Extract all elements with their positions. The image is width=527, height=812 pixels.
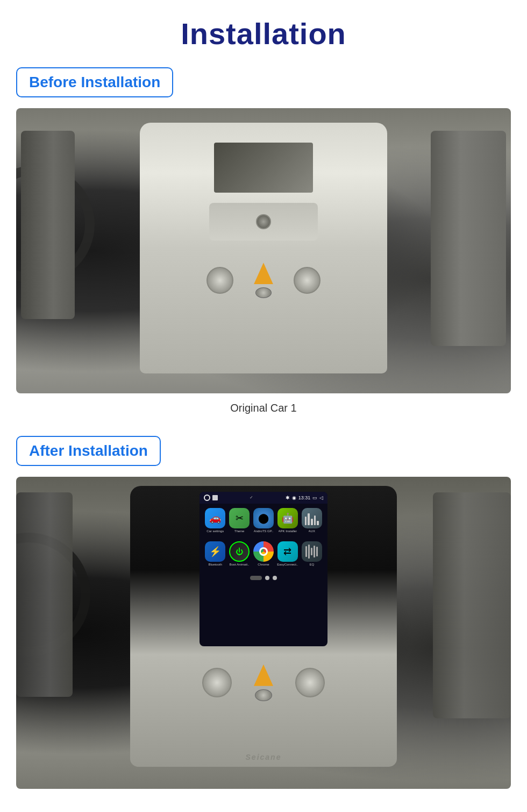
- vent-left-after: [16, 492, 73, 697]
- seicane-logo: Seicane: [246, 753, 282, 761]
- page-wrapper: Installation Before Installation: [0, 0, 527, 789]
- after-badge-label: After Installation: [29, 442, 148, 459]
- dot-1: [250, 576, 262, 580]
- connect-icon: ⇄: [277, 541, 298, 562]
- vent-right-after: [433, 492, 511, 718]
- chrome-label: Chrome: [258, 563, 269, 566]
- car-settings-label: Car settings: [206, 529, 224, 533]
- checkmark-icon: ✓: [250, 495, 253, 500]
- app-theme[interactable]: ✂ Theme: [229, 508, 250, 533]
- eq-icon: [302, 541, 322, 562]
- app-eq[interactable]: EQ: [301, 541, 322, 566]
- climate-knob-right: [294, 267, 321, 294]
- app-car-settings[interactable]: 🚗 Car settings: [205, 508, 226, 533]
- climate-controls-after: [189, 655, 338, 711]
- status-right: ✱ ◉ 13:31 ▭ ◁: [286, 495, 324, 500]
- before-badge-label: Before Installation: [29, 74, 160, 90]
- status-left: [204, 495, 218, 501]
- aux-icon: [302, 508, 322, 528]
- fan-knob-after: [255, 689, 272, 701]
- radio-controls: [209, 203, 318, 241]
- app-easyconnect[interactable]: ⇄ EasyConnect..: [277, 541, 298, 566]
- theme-icon: ✂: [229, 508, 250, 528]
- aux-label: AUX: [309, 529, 315, 533]
- before-installation-image: [16, 108, 511, 393]
- hazard-button: [254, 263, 273, 284]
- app-androts[interactable]: ⬤ AndroTS GP..: [253, 508, 274, 533]
- app-chrome[interactable]: Chrome: [253, 541, 274, 566]
- car-settings-icon: 🚗: [205, 508, 225, 528]
- after-installation-badge: After Installation: [16, 436, 161, 466]
- fan-knob: [255, 287, 272, 298]
- before-installation-badge: Before Installation: [16, 67, 173, 97]
- android-square-icon: [212, 495, 218, 500]
- boot-icon: ⏻: [229, 541, 250, 562]
- center-controls-after: [254, 665, 273, 701]
- chrome-icon: [253, 541, 274, 562]
- center-console-before: [140, 123, 387, 373]
- climate-knob-left-after: [202, 668, 232, 697]
- app-grid-row2: ⚡ Bluetooth ⏻ Boot Animati..: [200, 537, 327, 570]
- title-wrapper: Installation: [0, 0, 527, 67]
- app-grid-row1: 🚗 Car settings ✂ Theme ⬤ AndroTS GP..: [200, 504, 327, 537]
- app-bluetooth[interactable]: ⚡ Bluetooth: [205, 541, 226, 566]
- connect-label: EasyConnect..: [277, 563, 298, 566]
- radio-knob: [256, 214, 271, 229]
- status-time: 13:31: [298, 495, 311, 500]
- battery-icon: ▭: [312, 495, 317, 500]
- app-boot-animation[interactable]: ⏻ Boot Animati..: [229, 541, 250, 566]
- car-interior-after: ✓ ✱ ◉ 13:31 ▭ ◁ �: [16, 477, 511, 789]
- androts-icon: ⬤: [253, 508, 274, 528]
- apk-icon: 🤖: [277, 508, 298, 528]
- hazard-button-after: [254, 665, 273, 686]
- before-image-caption: Original Car 1: [16, 402, 511, 414]
- car-interior-before: [16, 108, 511, 393]
- eq-label: EQ: [309, 563, 314, 566]
- dot-3: [273, 576, 277, 580]
- app-apk-installer[interactable]: 🤖 APK Installer: [277, 508, 298, 533]
- bluetooth-status-icon: ✱: [286, 495, 290, 500]
- climate-knob-left: [206, 267, 233, 294]
- vent-right-before: [431, 131, 506, 346]
- android-screen: ✓ ✱ ◉ 13:31 ▭ ◁ �: [200, 492, 327, 646]
- climate-controls-before: [194, 253, 333, 308]
- dots-indicator: [200, 576, 327, 580]
- status-center: ✓: [250, 495, 253, 500]
- androts-label: AndroTS GP..: [254, 529, 274, 533]
- dot-2: [265, 576, 269, 580]
- center-console-after: ✓ ✱ ◉ 13:31 ▭ ◁ �: [130, 486, 397, 767]
- boot-label: Boot Animati..: [230, 563, 250, 566]
- radio-screen-before: [214, 143, 313, 193]
- vent-left-before: [21, 131, 75, 319]
- bluetooth-label: Bluetooth: [208, 563, 222, 566]
- android-circle-icon: [204, 495, 210, 501]
- bluetooth-icon: ⚡: [205, 541, 225, 562]
- after-installation-image: ✓ ✱ ◉ 13:31 ▭ ◁ �: [16, 477, 511, 789]
- climate-knob-right-after: [295, 668, 325, 697]
- center-controls: [254, 263, 273, 298]
- app-aux[interactable]: AUX: [301, 508, 322, 533]
- wifi-icon: ◉: [292, 495, 296, 500]
- back-icon: ◁: [319, 495, 323, 500]
- android-status-bar: ✓ ✱ ◉ 13:31 ▭ ◁: [200, 492, 327, 504]
- page-title: Installation: [181, 16, 346, 51]
- theme-label: Theme: [234, 529, 245, 533]
- apk-label: APK Installer: [279, 529, 297, 533]
